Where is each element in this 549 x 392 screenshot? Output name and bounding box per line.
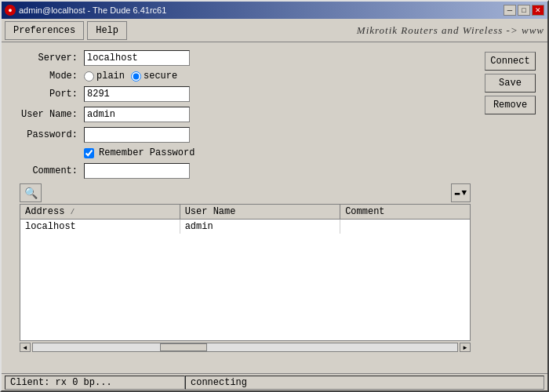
comment-label: Comment: bbox=[13, 165, 84, 176]
remember-password-checkbox[interactable] bbox=[84, 148, 94, 158]
title-bar-left: ● admin@localhost - The Dude 6.41rc61 bbox=[5, 5, 166, 16]
password-row: Password: bbox=[13, 127, 477, 143]
mode-plain-radio[interactable] bbox=[84, 71, 94, 82]
scroll-left-button[interactable]: ◄ bbox=[20, 343, 31, 352]
col-header-address: Address / bbox=[20, 205, 180, 220]
password-input[interactable] bbox=[84, 127, 190, 143]
server-row: Server: bbox=[13, 50, 477, 66]
port-label: Port: bbox=[13, 89, 84, 100]
view-options-button[interactable]: ▬ ▼ bbox=[451, 183, 471, 202]
table-cell-username: admin bbox=[180, 220, 340, 234]
table-cell-address: localhost bbox=[20, 220, 180, 234]
mode-radio-group: plain secure bbox=[84, 71, 177, 82]
port-row: Port: bbox=[13, 86, 477, 102]
connections-table: Address / User Name Comment localhostadm… bbox=[20, 205, 470, 234]
horizontal-scrollbar[interactable]: ◄ ► bbox=[20, 343, 471, 352]
table-header-row: Address / User Name Comment bbox=[20, 205, 470, 220]
close-button[interactable]: ✕ bbox=[532, 5, 544, 16]
comment-input[interactable] bbox=[84, 163, 190, 179]
search-icon: 🔍 bbox=[24, 187, 38, 200]
connect-button[interactable]: Connect bbox=[485, 52, 536, 71]
sort-icon: / bbox=[71, 209, 75, 216]
table-cell-comment bbox=[340, 220, 470, 234]
status-left: Client: rx 0 bp... bbox=[5, 376, 185, 390]
mode-row: Mode: plain secure bbox=[13, 71, 477, 82]
username-row: User Name: bbox=[13, 107, 477, 122]
scrollbar-track[interactable] bbox=[32, 343, 458, 352]
help-button[interactable]: Help bbox=[87, 21, 127, 40]
remember-password-row: Remember Password bbox=[84, 147, 477, 158]
mode-label: Mode: bbox=[13, 71, 84, 82]
password-label: Password: bbox=[13, 129, 84, 140]
mode-secure-label[interactable]: secure bbox=[131, 71, 177, 82]
window-title: admin@localhost - The Dude 6.41rc61 bbox=[19, 5, 166, 15]
menu-bar: Preferences Help Mikrotik Routers and Wi… bbox=[2, 19, 547, 42]
username-input[interactable] bbox=[84, 107, 190, 122]
comment-row: Comment: bbox=[13, 163, 477, 179]
col-header-username: User Name bbox=[180, 205, 340, 220]
scrollbar-thumb[interactable] bbox=[160, 343, 207, 351]
app-icon: ● bbox=[5, 5, 16, 16]
search-icon-button[interactable]: 🔍 bbox=[20, 183, 42, 202]
maximize-button[interactable]: □ bbox=[518, 5, 530, 16]
window-controls[interactable]: ─ □ ✕ bbox=[504, 5, 544, 16]
dropdown-icon: ▼ bbox=[461, 188, 467, 198]
remove-button[interactable]: Remove bbox=[485, 96, 536, 114]
mikrotik-banner: Mikrotik Routers and Wireless -> www bbox=[357, 24, 544, 37]
main-content: Server: Mode: plain secure bbox=[2, 42, 547, 361]
toolbar-row: 🔍 ▬ ▼ bbox=[13, 183, 477, 202]
table-row[interactable]: localhostadmin bbox=[20, 220, 470, 234]
status-right: connecting bbox=[185, 376, 544, 390]
port-input[interactable] bbox=[84, 86, 190, 102]
server-label: Server: bbox=[13, 53, 84, 64]
connections-table-wrapper: Address / User Name Comment localhostadm… bbox=[20, 204, 471, 341]
col-header-comment: Comment bbox=[340, 205, 470, 220]
connections-tbody: localhostadmin bbox=[20, 220, 470, 234]
preferences-button[interactable]: Preferences bbox=[5, 21, 84, 40]
save-button[interactable]: Save bbox=[485, 74, 536, 93]
view-icon: ▬ bbox=[455, 188, 460, 198]
remember-password-label: Remember Password bbox=[99, 147, 195, 158]
server-input[interactable] bbox=[84, 50, 190, 66]
form-area: Server: Mode: plain secure bbox=[13, 50, 477, 354]
action-button-group: Connect Save Remove bbox=[485, 52, 536, 354]
mode-plain-label[interactable]: plain bbox=[84, 71, 125, 82]
scroll-right-button[interactable]: ► bbox=[460, 343, 471, 352]
main-window: ● admin@localhost - The Dude 6.41rc61 ─ … bbox=[0, 0, 549, 392]
status-bar: Client: rx 0 bp... connecting bbox=[2, 373, 547, 390]
username-label: User Name: bbox=[13, 109, 84, 120]
mode-secure-radio[interactable] bbox=[131, 71, 141, 82]
minimize-button[interactable]: ─ bbox=[504, 5, 516, 16]
title-bar: ● admin@localhost - The Dude 6.41rc61 ─ … bbox=[2, 2, 547, 19]
